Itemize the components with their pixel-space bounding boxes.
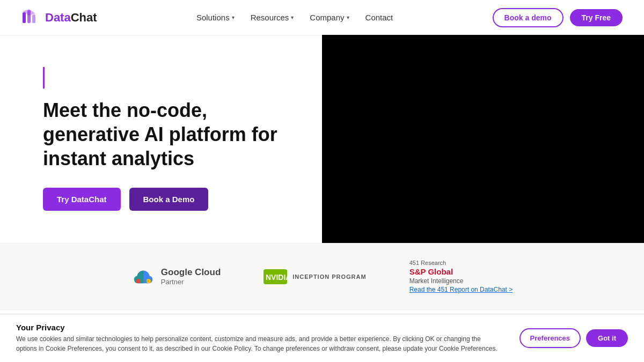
book-demo-hero-button[interactable]: Book a Demo [129,188,209,211]
hero-title: Meet the no-code, generative AI platform… [43,98,290,171]
nav-company[interactable]: Company ▾ [310,13,349,22]
gotit-button[interactable]: Got it [586,329,628,347]
logo[interactable]: DataChat [21,8,97,27]
partner-google-cloud: Google Cloud Partner [131,267,221,287]
hero-section: Meet the no-code, generative AI platform… [0,35,644,243]
partner-sp-global: 451 Research S&P Global Market Intellige… [409,260,513,293]
partner-nvidia: NVIDIA INCEPTION PROGRAM [264,269,366,284]
chevron-down-icon: ▾ [291,14,294,20]
hero-left: Meet the no-code, generative AI platform… [0,35,322,243]
book-demo-nav-button[interactable]: Book a demo [493,8,564,27]
google-cloud-text: Google Cloud Partner [161,267,221,286]
try-datachat-button[interactable]: Try DataChat [43,188,121,211]
partners-bar: Google Cloud Partner NVIDIA INCEPTION PR… [0,243,644,310]
nav-contact[interactable]: Contact [365,13,393,22]
svg-rect-2 [32,14,35,23]
hero-accent-bar [43,67,45,88]
cookie-title: Your Privacy [16,323,509,332]
nav-resources[interactable]: Resources ▾ [251,13,294,22]
cookie-banner: Your Privacy We use cookies and similar … [0,314,644,362]
chevron-down-icon: ▾ [232,14,235,20]
cookie-actions: Preferences Got it [519,328,628,348]
google-cloud-logo [131,267,156,287]
nav-solutions[interactable]: Solutions ▾ [196,13,235,22]
nav-actions: Book a demo Try Free [493,8,623,27]
svg-rect-0 [23,12,26,23]
chevron-down-icon: ▾ [347,14,349,20]
try-free-nav-button[interactable]: Try Free [570,9,623,26]
logo-wordmark: DataChat [45,11,97,25]
hero-video-area[interactable] [322,35,644,243]
hero-buttons: Try DataChat Book a Demo [43,188,290,211]
svg-text:NVIDIA: NVIDIA [266,273,287,282]
nvidia-icon: NVIDIA [264,269,287,284]
nav-menu: Solutions ▾ Resources ▾ Company ▾ Contac… [196,13,393,22]
cookie-text: We use cookies and similar technologies … [16,334,499,353]
cookie-content: Your Privacy We use cookies and similar … [16,323,509,353]
sp-report-link[interactable]: Read the 451 Report on DataChat > [409,286,513,293]
preferences-button[interactable]: Preferences [519,328,581,348]
navbar: DataChat Solutions ▾ Resources ▾ Company… [0,0,644,35]
logo-icon [21,8,41,27]
